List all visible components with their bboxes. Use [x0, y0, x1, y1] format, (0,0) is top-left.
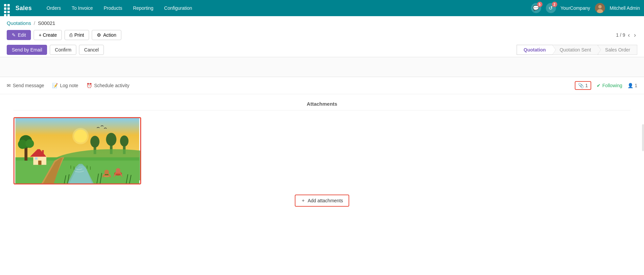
- edit-button[interactable]: ✎ Edit: [7, 30, 31, 40]
- attachment-image: [14, 118, 140, 183]
- create-button[interactable]: + Create: [34, 30, 62, 40]
- workflow-steps: Quotation Quotation Sent Sales Order: [517, 45, 637, 55]
- svg-point-23: [26, 139, 34, 148]
- status-bar: Send by Email Confirm Cancel Quotation Q…: [0, 43, 644, 57]
- next-record-button[interactable]: ›: [633, 31, 637, 39]
- add-attachments-wrap: ＋ Add attachments: [13, 195, 631, 207]
- clock-icon: ⏰: [86, 83, 92, 88]
- main-menu: Orders To Invoice Products Reporting Con…: [42, 3, 531, 13]
- attachments-section: Attachments: [0, 94, 644, 213]
- menu-to-invoice[interactable]: To Invoice: [67, 3, 97, 13]
- print-button[interactable]: ⎙ Print: [65, 30, 89, 40]
- breadcrumb-separator: /: [34, 20, 35, 26]
- menu-reporting[interactable]: Reporting: [128, 3, 158, 13]
- print-icon: ⎙: [70, 32, 72, 38]
- apps-grid-icon[interactable]: [4, 4, 12, 12]
- top-navigation: Sales Orders To Invoice Products Reporti…: [0, 0, 644, 16]
- menu-orders[interactable]: Orders: [42, 3, 66, 13]
- following-button[interactable]: ✔ Following: [597, 83, 622, 88]
- step-sales-order[interactable]: Sales Order: [598, 45, 637, 55]
- breadcrumb-current: S00021: [38, 20, 55, 26]
- activity-badge: 2: [552, 2, 557, 7]
- plus-icon: ＋: [301, 198, 306, 204]
- menu-configuration[interactable]: Configuration: [159, 3, 197, 13]
- send-by-email-button[interactable]: Send by Email: [7, 45, 47, 55]
- log-note-icon: 📝: [52, 83, 58, 88]
- user-avatar[interactable]: [595, 3, 605, 13]
- chat-notifications[interactable]: 💬 5: [531, 3, 541, 13]
- chatter-bar: ✉ Send message 📝 Log note ⏰ Schedule act…: [0, 77, 644, 94]
- menu-products[interactable]: Products: [99, 3, 127, 13]
- log-note-button[interactable]: 📝 Log note: [52, 81, 78, 90]
- followers-count[interactable]: 👤 1: [628, 83, 637, 88]
- svg-point-7: [90, 136, 99, 147]
- svg-rect-17: [38, 161, 42, 165]
- person-icon: 👤: [628, 83, 633, 88]
- breadcrumb: Quotations / S00021: [0, 16, 644, 27]
- edit-icon: ✎: [12, 32, 16, 38]
- step-quotation-sent[interactable]: Quotation Sent: [553, 45, 598, 55]
- page-navigation: 1 / 9 ‹ ›: [616, 31, 637, 39]
- chat-badge: 5: [537, 2, 542, 7]
- checkmark-icon: ✔: [597, 83, 601, 88]
- topnav-right: 💬 5 ↺ 2 YourCompany Mitchell Admin: [531, 3, 640, 13]
- attachment-thumbnail[interactable]: [13, 117, 141, 184]
- step-quotation[interactable]: Quotation: [517, 45, 553, 55]
- svg-rect-18: [35, 157, 38, 160]
- page-indicator: 1 / 9: [616, 32, 625, 38]
- paperclip-icon: 📎: [578, 83, 584, 88]
- svg-point-11: [120, 135, 128, 146]
- prev-record-button[interactable]: ‹: [627, 31, 631, 39]
- scroll-indicator: [642, 124, 644, 151]
- chatter-right: 📎 1 ✔ Following 👤 1: [575, 81, 637, 90]
- app-brand[interactable]: Sales: [15, 5, 32, 12]
- svg-point-9: [106, 133, 116, 146]
- gear-icon: ⚙: [97, 32, 101, 38]
- action-button[interactable]: ⚙ Action: [92, 30, 121, 40]
- cancel-button[interactable]: Cancel: [79, 45, 104, 55]
- svg-rect-19: [42, 150, 44, 154]
- schedule-activity-button[interactable]: ⏰ Schedule activity: [86, 81, 129, 90]
- add-attachments-button[interactable]: ＋ Add attachments: [295, 195, 349, 207]
- form-area: [0, 57, 644, 77]
- main-content: Quotations / S00021 ✎ Edit + Create ⎙ Pr…: [0, 16, 644, 275]
- activity-notifications[interactable]: ↺ 2: [546, 3, 556, 13]
- send-message-button[interactable]: ✉ Send message: [7, 81, 44, 90]
- attachments-title: Attachments: [13, 101, 631, 110]
- painting-svg: [14, 118, 140, 183]
- svg-point-1: [598, 5, 602, 8]
- company-name[interactable]: YourCompany: [561, 5, 590, 11]
- send-message-icon: ✉: [7, 83, 11, 88]
- confirm-button[interactable]: Confirm: [50, 45, 76, 55]
- attachments-count-badge[interactable]: 📎 1: [575, 81, 591, 90]
- breadcrumb-parent-link[interactable]: Quotations: [7, 20, 31, 26]
- svg-point-5: [72, 128, 89, 144]
- user-name[interactable]: Mitchell Admin: [610, 5, 640, 11]
- toolbar-right: 1 / 9 ‹ ›: [616, 31, 637, 39]
- record-toolbar: ✎ Edit + Create ⎙ Print ⚙ Action 1 / 9 ‹…: [0, 27, 644, 43]
